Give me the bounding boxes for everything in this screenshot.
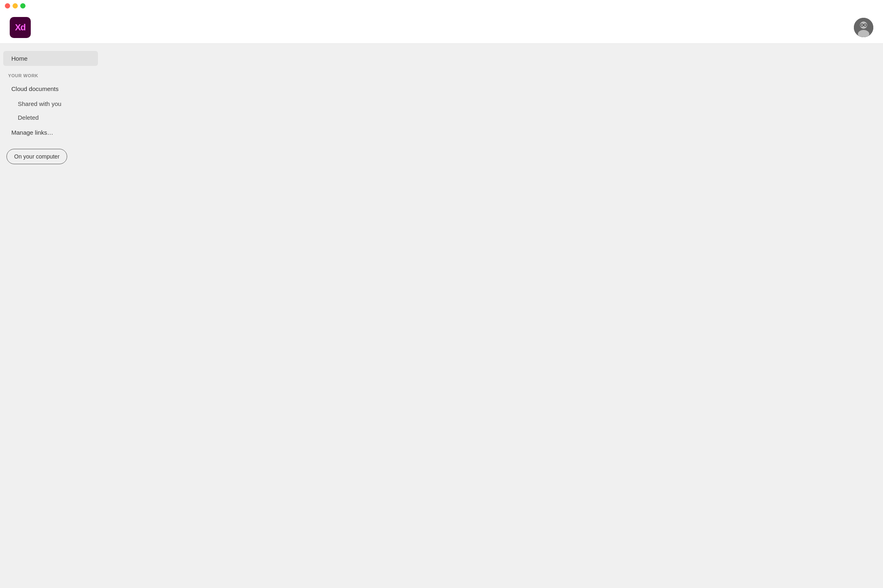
header: Xd (0, 11, 883, 44)
on-your-computer-button[interactable]: On your computer (6, 149, 67, 164)
main-content (101, 44, 883, 588)
minimize-button[interactable] (13, 3, 18, 8)
sidebar-section-your-work: YOUR WORK (0, 67, 101, 80)
close-button[interactable] (5, 3, 10, 8)
traffic-lights (5, 3, 25, 8)
user-avatar[interactable] (854, 18, 873, 37)
avatar-image (854, 18, 873, 37)
sidebar: Home YOUR WORK Cloud documents Shared wi… (0, 44, 101, 588)
sidebar-item-cloud-documents[interactable]: Cloud documents (3, 81, 98, 96)
xd-logo: Xd (10, 17, 31, 38)
maximize-button[interactable] (20, 3, 25, 8)
sidebar-item-home[interactable]: Home (3, 51, 98, 66)
sidebar-item-deleted[interactable]: Deleted (3, 111, 98, 124)
title-bar (0, 0, 883, 11)
sidebar-item-manage-links[interactable]: Manage links… (3, 125, 98, 140)
main-layout: Home YOUR WORK Cloud documents Shared wi… (0, 44, 883, 588)
sidebar-item-shared-with-you[interactable]: Shared with you (3, 97, 98, 110)
